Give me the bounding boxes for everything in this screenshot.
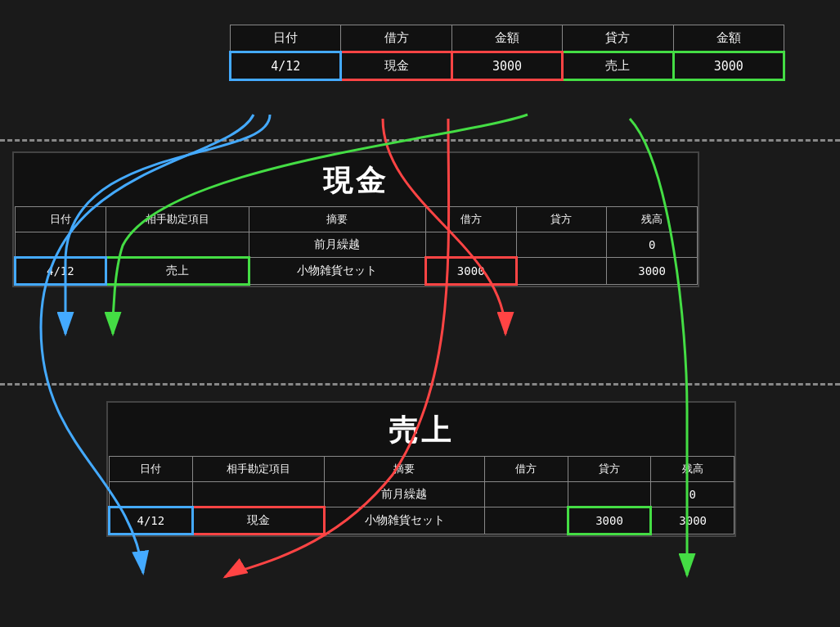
journal-table: 日付 借方 金額 貸方 金額 4/12 現金 3000 売上 3000: [229, 25, 785, 81]
genkin-r1-credit: [516, 258, 607, 285]
genkin-row-1: 4/12 売上 小物雑貨セット 3000 3000: [16, 258, 698, 285]
uriage-h-date: 日付: [110, 457, 193, 482]
genkin-r0-date: [16, 232, 106, 258]
uriage-r0-credit: [568, 482, 651, 507]
genkin-r1-date: 4/12: [16, 258, 106, 285]
genkin-r0-debit: [425, 232, 516, 258]
uriage-title: 売上: [108, 403, 734, 456]
journal-header-credit: 貸方: [563, 25, 673, 52]
genkin-title: 現金: [14, 153, 698, 206]
journal-credit-amount: 3000: [673, 52, 784, 80]
uriage-r1-credit: 3000: [568, 507, 651, 535]
uriage-r1-balance: 3000: [651, 507, 734, 535]
genkin-r0-balance: 0: [607, 232, 698, 258]
genkin-h-partner: 相手勘定項目: [106, 207, 249, 232]
uriage-ledger: 売上 日付 相手勘定項目 摘要 借方 貸方 残高 前月繰越: [106, 401, 736, 537]
journal-debit-account: 現金: [341, 52, 451, 80]
genkin-h-credit: 貸方: [516, 207, 607, 232]
uriage-h-credit: 貸方: [568, 457, 651, 482]
genkin-h-debit: 借方: [425, 207, 516, 232]
main-container: 日付 借方 金額 貸方 金額 4/12 現金 3000 売上 3000 現金 日: [0, 0, 840, 627]
genkin-r1-summary: 小物雑貨セット: [249, 258, 425, 285]
uriage-h-balance: 残高: [651, 457, 734, 482]
journal-header-credit-amount: 金額: [673, 25, 784, 52]
dashed-divider-1: [0, 139, 840, 142]
genkin-h-summary: 摘要: [249, 207, 425, 232]
uriage-h-summary: 摘要: [324, 457, 485, 482]
genkin-r0-summary: 前月繰越: [249, 232, 425, 258]
uriage-h-debit: 借方: [485, 457, 568, 482]
journal-header-debit: 借方: [341, 25, 451, 52]
uriage-h-partner: 相手勘定項目: [192, 457, 324, 482]
uriage-r1-date: 4/12: [110, 507, 193, 535]
journal-header-debit-amount: 金額: [451, 25, 562, 52]
journal-credit-account: 売上: [563, 52, 673, 80]
uriage-r0-balance: 0: [651, 482, 734, 507]
uriage-r1-partner: 現金: [192, 507, 324, 535]
genkin-h-balance: 残高: [607, 207, 698, 232]
uriage-r0-date: [110, 482, 193, 507]
uriage-table: 日付 相手勘定項目 摘要 借方 貸方 残高 前月繰越 0: [108, 456, 734, 535]
genkin-r0-partner: [106, 232, 249, 258]
genkin-r0-credit: [516, 232, 607, 258]
genkin-ledger: 現金 日付 相手勘定項目 摘要 借方 貸方 残高 前月繰越: [12, 151, 699, 287]
journal-header-date: 日付: [231, 25, 341, 52]
journal-debit-amount: 3000: [451, 52, 562, 80]
genkin-table: 日付 相手勘定項目 摘要 借方 貸方 残高 前月繰越 0: [14, 206, 698, 286]
uriage-r0-summary: 前月繰越: [324, 482, 485, 507]
uriage-row-0: 前月繰越 0: [110, 482, 734, 507]
uriage-r0-debit: [485, 482, 568, 507]
uriage-row-1: 4/12 現金 小物雑貨セット 3000 3000: [110, 507, 734, 535]
genkin-h-date: 日付: [16, 207, 106, 232]
genkin-r1-balance: 3000: [607, 258, 698, 285]
uriage-r0-partner: [192, 482, 324, 507]
dashed-divider-2: [0, 383, 840, 386]
genkin-r1-debit: 3000: [425, 258, 516, 285]
genkin-row-0: 前月繰越 0: [16, 232, 698, 258]
uriage-r1-summary: 小物雑貨セット: [324, 507, 485, 535]
genkin-r1-partner: 売上: [106, 258, 249, 285]
uriage-r1-debit: [485, 507, 568, 535]
journal-date: 4/12: [231, 52, 341, 80]
